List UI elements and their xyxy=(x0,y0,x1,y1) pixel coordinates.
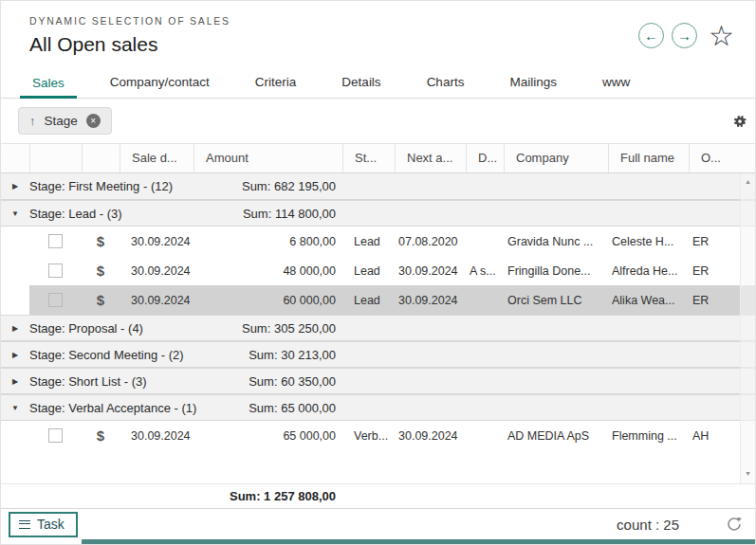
group-row[interactable]: ▼Stage: Lead - (3)Sum: 114 800,00 xyxy=(1,200,755,227)
refresh-icon xyxy=(726,516,743,533)
cell-company: Fringilla Done... xyxy=(504,256,608,285)
col-full-name[interactable]: Full name xyxy=(608,144,689,173)
cell-full-name: Flemming ... xyxy=(608,421,689,450)
collapse-group-icon[interactable]: ▼ xyxy=(1,209,29,218)
group-label: Stage: Short List - (3) xyxy=(29,374,224,389)
cell-expand-spacer xyxy=(1,227,29,256)
tab-www[interactable]: www xyxy=(590,75,642,98)
back-button[interactable]: ← xyxy=(638,23,664,48)
group-sum: Sum: 682 195,00 xyxy=(224,179,342,193)
refresh-button[interactable] xyxy=(726,516,743,533)
currency-icon: $ xyxy=(97,427,104,444)
cell-checkbox xyxy=(29,421,82,450)
record-count: count : 25 xyxy=(617,517,679,533)
collapse-group-icon[interactable]: ▼ xyxy=(1,404,29,412)
arrow-left-icon: ← xyxy=(644,27,658,44)
cell-description xyxy=(466,421,504,450)
remove-sort-icon[interactable]: × xyxy=(86,114,101,128)
col-company[interactable]: Company xyxy=(504,144,608,173)
expand-group-icon[interactable]: ▶ xyxy=(1,324,29,333)
vertical-scrollbar[interactable]: ▲ ▼ xyxy=(740,173,755,483)
currency-icon: $ xyxy=(97,263,104,279)
task-button-label: Task xyxy=(37,517,65,532)
cell-description xyxy=(466,285,504,315)
scroll-up-icon[interactable]: ▲ xyxy=(741,178,755,185)
cell-description: A s... xyxy=(466,256,504,285)
group-label: Stage: First Meeting - (12) xyxy=(29,179,224,193)
sale-row[interactable]: $30.09.202448 000,00Lead30.09.2024A s...… xyxy=(1,256,755,285)
cell-type-icon: $ xyxy=(82,256,120,285)
group-label: Stage: Second Meeting - (2) xyxy=(29,348,224,362)
sort-chip-label: Stage xyxy=(45,114,78,128)
table-body: ▶Stage: First Meeting - (12)Sum: 682 195… xyxy=(1,173,755,483)
grand-total-row: Sum: 1 257 808,00 xyxy=(1,483,755,508)
group-sum: Sum: 65 000,00 xyxy=(224,401,342,415)
cell-amount: 60 000,00 xyxy=(194,285,342,315)
col-next-action[interactable]: Next a... xyxy=(395,144,466,173)
col-checkbox xyxy=(29,144,82,173)
row-checkbox[interactable] xyxy=(48,234,63,248)
col-stage[interactable]: St... xyxy=(342,144,395,173)
group-row[interactable]: ▶Stage: Proposal - (4)Sum: 305 250,00 xyxy=(1,315,755,341)
currency-icon: $ xyxy=(97,292,104,308)
sort-chip-stage[interactable]: ↑ Stage × xyxy=(18,107,112,135)
cell-stage: Verb... xyxy=(342,421,395,450)
sale-row[interactable]: $30.09.202465 000,00Verb...30.09.2024AD … xyxy=(1,421,755,450)
row-checkbox[interactable] xyxy=(48,293,63,307)
sort-ascending-icon: ↑ xyxy=(29,114,36,128)
group-row[interactable]: ▶Stage: First Meeting - (12)Sum: 682 195… xyxy=(1,173,755,200)
expand-group-icon[interactable]: ▶ xyxy=(1,351,29,359)
col-sale-date[interactable]: Sale d... xyxy=(120,144,194,173)
expand-group-icon[interactable]: ▶ xyxy=(1,182,29,191)
col-amount[interactable]: Amount xyxy=(194,144,342,173)
cell-company: Gravida Nunc ... xyxy=(504,227,608,256)
tab-mailings[interactable]: Mailings xyxy=(497,75,569,98)
col-expand xyxy=(1,144,29,173)
tab-sales[interactable]: Sales xyxy=(20,76,77,99)
group-label: Stage: Verbal Acceptance - (1) xyxy=(29,401,224,415)
tab-details[interactable]: Details xyxy=(329,75,393,98)
cell-full-name: Alika Wea... xyxy=(608,285,689,315)
group-label: Stage: Proposal - (4) xyxy=(29,321,224,336)
expand-group-icon[interactable]: ▶ xyxy=(1,377,29,386)
group-row[interactable]: ▶Stage: Short List - (3)Sum: 60 350,00 xyxy=(1,368,755,394)
cell-stage: Lead xyxy=(342,256,395,285)
header-actions: ← → ☆ xyxy=(631,23,734,48)
group-row[interactable]: ▼Stage: Verbal Acceptance - (1)Sum: 65 0… xyxy=(1,394,755,421)
group-sum: Sum: 60 350,00 xyxy=(224,374,342,389)
cell-stage: Lead xyxy=(342,227,395,256)
filter-bar: ↑ Stage × xyxy=(1,99,755,143)
favorite-star-button[interactable]: ☆ xyxy=(709,23,734,48)
group-sum: Sum: 305 250,00 xyxy=(224,321,342,336)
tab-charts[interactable]: Charts xyxy=(415,75,477,98)
cell-company: AD MEDIA ApS xyxy=(504,421,608,450)
cell-description xyxy=(466,227,504,256)
cell-expand-spacer xyxy=(1,256,29,285)
cell-next-action: 30.09.2024 xyxy=(395,256,466,285)
cell-type-icon: $ xyxy=(82,421,120,450)
tab-bar: Sales Company/contact Criteria Details C… xyxy=(1,67,755,99)
sale-row[interactable]: $30.09.202460 000,00Lead30.09.2024Orci S… xyxy=(1,285,755,315)
scroll-down-icon[interactable]: ▼ xyxy=(741,470,755,477)
row-checkbox[interactable] xyxy=(48,428,63,443)
cell-sale-date: 30.09.2024 xyxy=(120,285,194,315)
task-button[interactable]: Task xyxy=(9,512,78,537)
tab-criteria[interactable]: Criteria xyxy=(243,75,309,98)
table-body-rows: ▶Stage: First Meeting - (12)Sum: 682 195… xyxy=(1,173,755,450)
tab-company-contact[interactable]: Company/contact xyxy=(98,75,222,98)
sale-row[interactable]: $30.09.20246 800,00Lead07.08.2020Gravida… xyxy=(1,227,755,256)
cell-sale-date: 30.09.2024 xyxy=(120,227,194,256)
group-sum: Sum: 114 800,00 xyxy=(224,207,342,221)
row-checkbox[interactable] xyxy=(48,263,63,278)
cell-expand-spacer xyxy=(1,421,29,450)
forward-button[interactable]: → xyxy=(672,23,697,48)
cell-checkbox xyxy=(29,227,82,256)
col-description[interactable]: D... xyxy=(466,144,504,173)
cell-type-icon: $ xyxy=(82,285,120,315)
cell-next-action: 07.08.2020 xyxy=(395,227,466,256)
col-owner[interactable]: O... xyxy=(689,144,756,173)
group-row[interactable]: ▶Stage: Second Meeting - (2)Sum: 30 213,… xyxy=(1,341,755,368)
settings-button[interactable] xyxy=(730,112,749,131)
cell-expand-spacer xyxy=(1,285,29,315)
cell-full-name: Celeste H... xyxy=(608,227,689,256)
